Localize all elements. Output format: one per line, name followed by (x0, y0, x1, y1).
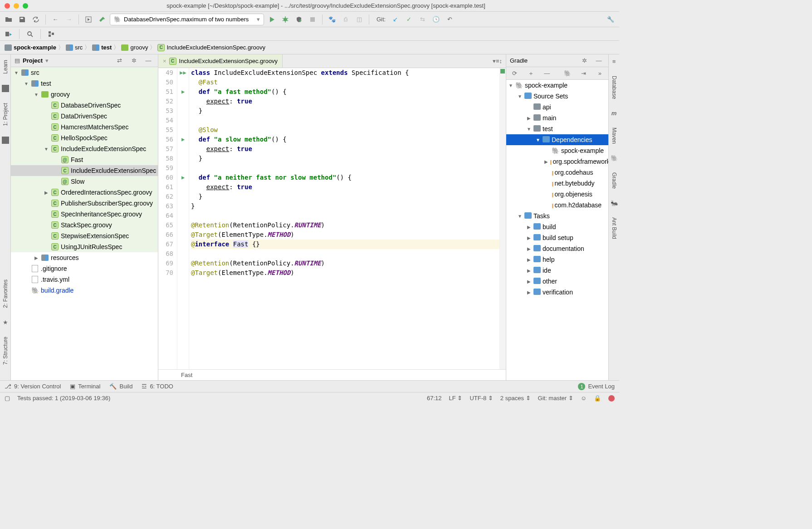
tree-row[interactable]: ▼CIncludeExcludeExtensionSpec (11, 143, 158, 154)
tree-row[interactable]: ▶build (506, 221, 608, 232)
line-separator[interactable]: LF ⇕ (449, 395, 463, 402)
profiler-icon[interactable]: 🐾 (326, 14, 338, 25)
tree-row[interactable]: CDatabaseDrivenSpec (11, 100, 158, 111)
tree-row[interactable]: ▶documentation (506, 243, 608, 254)
expand-arrow-icon[interactable]: ▶ (544, 159, 548, 164)
breadcrumb-item[interactable]: groovy (121, 44, 148, 51)
minimize-window-icon[interactable] (14, 3, 19, 9)
hammer-icon[interactable] (96, 14, 108, 25)
save-icon[interactable] (16, 14, 28, 25)
tool-tab-learn[interactable]: Learn (1, 58, 10, 76)
tool-tab-ant[interactable]: Ant Build (610, 216, 618, 241)
git-commit-icon[interactable]: ✓ (403, 14, 415, 25)
expand-arrow-icon[interactable]: ▼ (34, 92, 39, 97)
open-icon[interactable] (3, 14, 15, 25)
panel-title[interactable]: Project (23, 57, 43, 64)
tool-tab-favorites[interactable]: 2: Favorites (1, 278, 10, 310)
expand-arrow-icon[interactable]: ▼ (535, 137, 541, 142)
tree-row[interactable]: CUsingJUnitRulesSpec (11, 241, 158, 252)
coverage-icon[interactable] (293, 14, 305, 25)
tool-terminal[interactable]: ▣Terminal (70, 383, 100, 390)
tool-tab-project[interactable]: 1: Project (1, 101, 10, 128)
tree-row[interactable]: ▼Dependencies (506, 134, 608, 145)
tree-row[interactable]: CPublisherSubscriberSpec.groovy (11, 198, 158, 209)
breadcrumb-item[interactable]: test (92, 44, 112, 51)
tree-row[interactable]: ▼Source Sets (506, 91, 608, 102)
scroll-from-icon[interactable]: ⇄ (113, 55, 125, 67)
box-icon[interactable]: ◫ (353, 14, 365, 25)
close-window-icon[interactable] (5, 3, 10, 9)
tool-build[interactable]: 🔨Build (109, 383, 132, 390)
attach-icon[interactable]: ⎙ (340, 14, 352, 25)
expand-arrow-icon[interactable]: ▶ (526, 225, 532, 230)
expand-arrow-icon[interactable]: ▶ (526, 290, 532, 295)
caret-position[interactable]: 67:12 (427, 395, 442, 402)
git-revert-icon[interactable]: ↶ (444, 14, 455, 25)
plus-icon[interactable]: ＋ (525, 68, 537, 79)
tree-row[interactable]: ▼groovy (11, 89, 158, 100)
build-icon[interactable] (83, 14, 94, 25)
tree-row[interactable]: ▼🐘spock-example (506, 80, 608, 91)
tree-row[interactable]: CIncludeExcludeExtensionSpec (11, 165, 158, 176)
inspector-icon[interactable]: ☺ (581, 395, 587, 402)
close-tab-icon[interactable]: × (163, 58, 166, 64)
expand-arrow-icon[interactable]: ▶ (34, 255, 39, 260)
git-history-icon[interactable]: 🕓 (430, 14, 442, 25)
gradle-elephant-icon[interactable]: 🐘 (562, 68, 574, 79)
expand-arrow-icon[interactable]: ▶ (526, 257, 532, 262)
hide-icon[interactable]: — (142, 55, 154, 67)
tree-row[interactable]: ▶|||org.spockframework (506, 156, 608, 167)
tree-row[interactable]: ▼Tasks (506, 211, 608, 221)
tree-row[interactable]: CHamcrestMatchersSpec (11, 122, 158, 132)
tree-row[interactable]: CSpecInheritanceSpec.groovy (11, 209, 158, 220)
tree-row[interactable]: ▶help (506, 254, 608, 265)
gear-icon[interactable]: ✲ (578, 55, 590, 67)
git-branch[interactable]: Git: master ⇕ (538, 395, 573, 402)
refresh-icon[interactable]: ⟳ (509, 68, 521, 79)
editor-breadcrumb[interactable]: Fast (158, 369, 506, 380)
tree-row[interactable]: ▼test (506, 123, 608, 134)
select-in-icon[interactable] (3, 28, 15, 40)
tree-row[interactable]: |||org.codehaus (506, 167, 608, 178)
tool-tab-gradle[interactable]: Gradle (610, 171, 618, 191)
run-gutter[interactable]: ▶▶▶▶▶ (177, 68, 189, 369)
breadcrumb-item[interactable]: spock-example (5, 44, 56, 51)
code-area[interactable]: class IncludeExcludeExtensionSpec extend… (189, 68, 499, 369)
expand-icon[interactable]: ⇥ (578, 68, 590, 79)
tree-row[interactable]: ▶other (506, 276, 608, 287)
expand-arrow-icon[interactable]: ▼ (526, 127, 532, 132)
git-update-icon[interactable]: ↙ (389, 14, 401, 25)
tree-row[interactable]: ▶main (506, 113, 608, 123)
git-compare-icon[interactable]: ⇆ (416, 14, 428, 25)
editor-body[interactable]: 4950515253545556575859606162636465666768… (158, 68, 506, 369)
tree-row[interactable]: 🐘build.gradle (11, 285, 158, 296)
tree-row[interactable]: ▶build setup (506, 232, 608, 243)
lock-icon[interactable]: 🔒 (594, 395, 601, 402)
tool-tab-maven[interactable]: Maven (610, 126, 618, 146)
zoom-window-icon[interactable] (23, 3, 28, 9)
expand-arrow-icon[interactable]: ▶ (526, 279, 532, 284)
tree-row[interactable]: CDataDrivenSpec (11, 111, 158, 122)
expand-arrow-icon[interactable]: ▶ (526, 268, 532, 273)
tree-row[interactable]: CStepwiseExtensionSpec (11, 230, 158, 241)
expand-arrow-icon[interactable]: ▶ (44, 190, 49, 195)
chevron-down-icon[interactable]: ▾ (45, 57, 49, 64)
editor-tab[interactable]: × C IncludeExcludeExtensionSpec.groovy (158, 54, 283, 68)
tool-todo[interactable]: ☲6: TODO (142, 383, 173, 390)
gradle-tree[interactable]: ▼🐘spock-example▼Source Setsapi▶main▼test… (506, 80, 608, 380)
back-icon[interactable]: ← (49, 14, 61, 25)
tree-row[interactable]: |||org.objenesis (506, 189, 608, 200)
expand-arrow-icon[interactable]: ▼ (508, 83, 514, 88)
breadcrumb-item[interactable]: src (66, 44, 83, 51)
search-icon[interactable] (24, 28, 36, 40)
more-icon[interactable]: » (594, 68, 606, 79)
expand-arrow-icon[interactable]: ▶ (526, 235, 532, 240)
expand-arrow-icon[interactable]: ▶ (526, 116, 532, 121)
tree-row[interactable]: 🐘spock-example (506, 145, 608, 156)
debug-icon[interactable] (279, 14, 291, 25)
error-stripe[interactable] (499, 68, 506, 369)
hide-icon[interactable]: — (593, 55, 605, 67)
reader-mode-icon[interactable]: ▾≡↕ (493, 58, 502, 64)
tree-row[interactable]: ▶ide (506, 265, 608, 276)
tool-tab-structure[interactable]: 7: Structure (1, 335, 10, 367)
